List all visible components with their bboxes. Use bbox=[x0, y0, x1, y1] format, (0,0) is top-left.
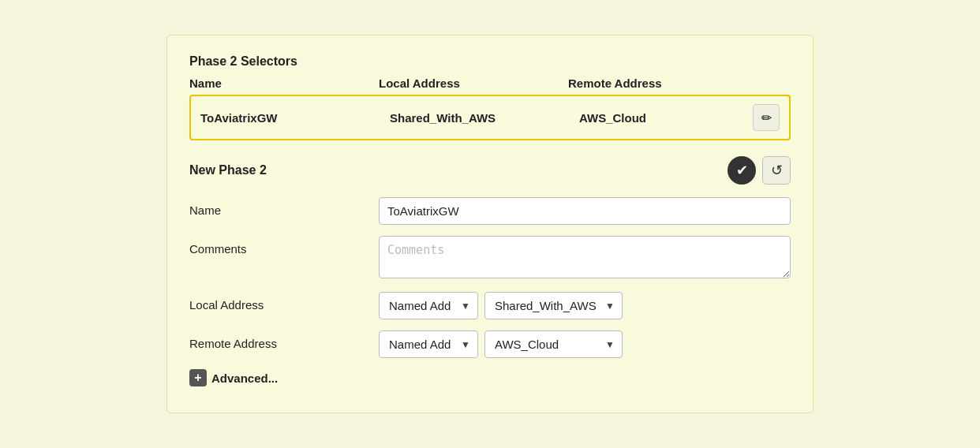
remote-address-selects: Named Add Network Any ▼ AWS_Cloud Shared… bbox=[379, 330, 791, 358]
local-address-control: Named Add Network Any ▼ Shared_With_AWS … bbox=[379, 292, 791, 319]
remote-address-type-select[interactable]: Named Add Network Any bbox=[379, 330, 478, 358]
comments-input[interactable] bbox=[379, 236, 791, 278]
confirm-button[interactable]: ✔ bbox=[728, 156, 756, 185]
remote-address-type-wrapper: Named Add Network Any ▼ bbox=[379, 330, 478, 358]
row-local-address: Shared_With_AWS bbox=[390, 111, 579, 125]
local-address-value-wrapper: Shared_With_AWS AWS_Cloud ▼ bbox=[484, 292, 623, 319]
remote-address-label: Remote Address bbox=[189, 330, 379, 350]
row-name: ToAviatrixGW bbox=[200, 111, 390, 125]
table-header: Name Local Address Remote Address bbox=[189, 77, 791, 90]
header-local-address: Local Address bbox=[379, 77, 568, 90]
selectors-title: Phase 2 Selectors bbox=[189, 54, 791, 69]
reset-icon: ↺ bbox=[771, 162, 783, 179]
advanced-row[interactable]: + Advanced... bbox=[189, 369, 791, 386]
pencil-icon: ✏ bbox=[761, 110, 772, 125]
comments-row: Comments bbox=[189, 236, 791, 281]
local-address-type-select[interactable]: Named Add Network Any bbox=[379, 292, 478, 319]
reset-button[interactable]: ↺ bbox=[762, 156, 791, 185]
remote-address-control: Named Add Network Any ▼ AWS_Cloud Shared… bbox=[379, 330, 791, 358]
comments-control bbox=[379, 236, 791, 281]
header-remote-address: Remote Address bbox=[568, 77, 757, 90]
check-icon: ✔ bbox=[736, 162, 748, 179]
remote-address-value-wrapper: AWS_Cloud Shared_With_AWS ▼ bbox=[484, 330, 623, 358]
local-address-row: Local Address Named Add Network Any ▼ Sh… bbox=[189, 292, 791, 319]
selector-row: ToAviatrixGW Shared_With_AWS AWS_Cloud ✏ bbox=[189, 95, 791, 140]
header-name: Name bbox=[189, 77, 379, 90]
name-row: Name bbox=[189, 197, 791, 225]
local-address-selects: Named Add Network Any ▼ Shared_With_AWS … bbox=[379, 292, 791, 319]
name-control bbox=[379, 197, 791, 225]
local-address-label: Local Address bbox=[189, 292, 379, 312]
name-input[interactable] bbox=[379, 197, 791, 225]
main-container: Phase 2 Selectors Name Local Address Rem… bbox=[166, 35, 814, 413]
remote-address-value-select[interactable]: AWS_Cloud Shared_With_AWS bbox=[484, 330, 623, 358]
new-phase-header: New Phase 2 ✔ ↺ bbox=[189, 156, 791, 185]
advanced-label[interactable]: Advanced... bbox=[211, 371, 278, 385]
new-phase-title: New Phase 2 bbox=[189, 163, 721, 177]
edit-button[interactable]: ✏ bbox=[753, 104, 780, 131]
local-address-type-wrapper: Named Add Network Any ▼ bbox=[379, 292, 478, 319]
remote-address-row: Remote Address Named Add Network Any ▼ A… bbox=[189, 330, 791, 358]
name-label: Name bbox=[189, 197, 379, 217]
advanced-plus-icon[interactable]: + bbox=[189, 369, 207, 386]
row-remote-address: AWS_Cloud bbox=[579, 111, 753, 125]
comments-label: Comments bbox=[189, 236, 379, 256]
local-address-value-select[interactable]: Shared_With_AWS AWS_Cloud bbox=[484, 292, 623, 319]
